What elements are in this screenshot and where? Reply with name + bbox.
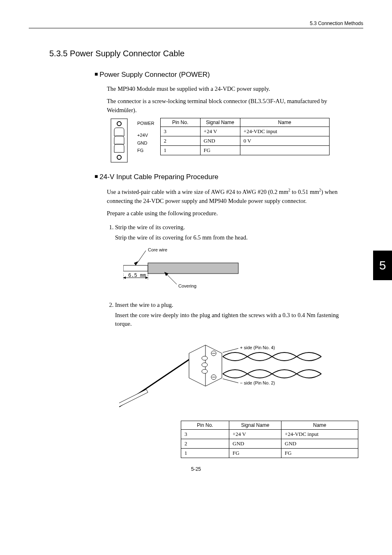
table-cell: +24-VDC input — [240, 127, 329, 136]
connector-diagram — [107, 118, 131, 163]
svg-line-3 — [136, 251, 146, 265]
table-cell: 3 — [181, 430, 229, 439]
text-fragment: Use a twisted-pair cable with a wire siz… — [107, 189, 288, 195]
subsection-power-connector: Power Supply Connector (POWER) — [95, 71, 363, 79]
step-title: Insert the wire to a plug. — [115, 302, 173, 308]
table-cell: 2 — [181, 439, 229, 449]
wire-strip-figure: Core wire 6.5 mm Covering — [123, 246, 347, 293]
paragraph: Use a twisted-pair cable with a wire siz… — [107, 187, 347, 205]
table-header: Signal Name — [229, 421, 281, 430]
svg-point-24 — [202, 369, 208, 373]
list-item: Strip the wire of its covering. Strip th… — [115, 224, 347, 293]
chapter-number: 5 — [379, 258, 386, 272]
chapter-tab: 5 — [373, 251, 392, 280]
table-cell: GND — [281, 439, 358, 449]
fig-label-covering: Covering — [178, 283, 196, 288]
table-header: Pin No. — [181, 421, 229, 430]
connector-figure-row: POWER +24V GND FG Pin No. Signal Name Na… — [107, 118, 363, 163]
pin-table-1: Pin No. Signal Name Name 3 +24 V +24-VDC… — [160, 118, 330, 155]
table-cell: GND — [229, 439, 281, 449]
procedure-list: Strip the wire of its covering. Strip th… — [107, 224, 347, 412]
svg-point-2 — [117, 155, 121, 159]
table-row: 2 GND 0 V — [160, 136, 329, 146]
fig-label-plus: + side (Pin No. 4) — [240, 345, 275, 350]
fig-label-minus: − side (Pin No. 2) — [240, 380, 275, 385]
table-cell: +24 V — [229, 430, 281, 439]
breadcrumb: 5.3 Connection Methods — [310, 21, 363, 26]
step-body: Insert the core wire deeply into the plu… — [115, 311, 347, 329]
table-cell: FG — [229, 449, 281, 458]
table-cell: +24-VDC input — [281, 430, 358, 439]
table-cell: 1 — [181, 449, 229, 458]
paragraph-block: The MP940 Module must be supplied with a… — [107, 85, 347, 115]
table-row: 3 +24 V +24-VDC input — [181, 430, 358, 439]
table-row: 3 +24 V +24-VDC input — [160, 127, 329, 136]
table-cell: GND — [200, 136, 240, 146]
table-row: Pin No. Signal Name Name — [160, 118, 329, 127]
paragraph: Prepare a cable using the following proc… — [107, 209, 347, 218]
paragraph-block: Use a twisted-pair cable with a wire siz… — [107, 187, 347, 218]
table-cell: 0 V — [240, 136, 329, 146]
plug-figure: + side (Pin No. 4) − side (Pin No. 2) — [119, 333, 347, 412]
table-header: Name — [240, 118, 329, 127]
svg-rect-0 — [111, 119, 127, 162]
svg-point-23 — [202, 363, 208, 367]
table-row: 2 GND GND — [181, 439, 358, 449]
table-row: Pin No. Signal Name Name — [181, 421, 358, 430]
page-number: 5-25 — [29, 466, 363, 472]
paragraph: The connector is a screw-locking termina… — [107, 97, 347, 115]
page-header: 5.3 Connection Methods — [29, 21, 363, 28]
table-row: 1 FG FG — [181, 449, 358, 458]
svg-line-26 — [223, 379, 238, 383]
table-cell: FG — [281, 449, 358, 458]
list-item: Insert the wire to a plug. Insert the co… — [115, 302, 347, 413]
paragraph: The MP940 Module must be supplied with a… — [107, 85, 347, 94]
svg-marker-10 — [123, 276, 126, 279]
svg-marker-15 — [119, 389, 148, 407]
step-body: Strip the wire of its covering for 6.5 m… — [115, 233, 347, 242]
text-fragment: to 0.51 mm — [290, 189, 319, 195]
svg-line-25 — [223, 348, 238, 352]
svg-rect-5 — [123, 265, 148, 271]
svg-point-22 — [202, 356, 208, 360]
section-title: 5.3.5 Power Supply Connector Cable — [49, 49, 363, 58]
table-header: Signal Name — [200, 118, 240, 127]
table-header: Pin No. — [160, 118, 200, 127]
table-row: 1 FG — [160, 146, 329, 155]
table-cell — [240, 146, 329, 155]
pin-table-2: Pin No. Signal Name Name 3 +24 V +24-VDC… — [181, 421, 358, 458]
table-cell: 2 — [160, 136, 200, 146]
table-cell: +24 V — [200, 127, 240, 136]
connector-pin-label: +24V — [137, 131, 154, 139]
fig-dim: 6.5 mm — [128, 273, 146, 279]
table-header: Name — [281, 421, 358, 430]
connector-pin-label: FG — [137, 147, 154, 154]
table-cell: 1 — [160, 146, 200, 155]
connector-pin-label: GND — [137, 139, 154, 147]
table-cell: 3 — [160, 127, 200, 136]
svg-point-1 — [117, 122, 121, 126]
table-cell: FG — [200, 146, 240, 155]
step-title: Strip the wire of its covering. — [115, 224, 185, 230]
subsection-cable-procedure: 24-V Input Cable Preparing Procedure — [95, 173, 363, 181]
connector-title-label: POWER — [137, 120, 154, 127]
svg-rect-6 — [148, 263, 238, 274]
fig-label-core: Core wire — [148, 247, 167, 252]
connector-label-column: POWER +24V GND FG — [137, 120, 154, 154]
